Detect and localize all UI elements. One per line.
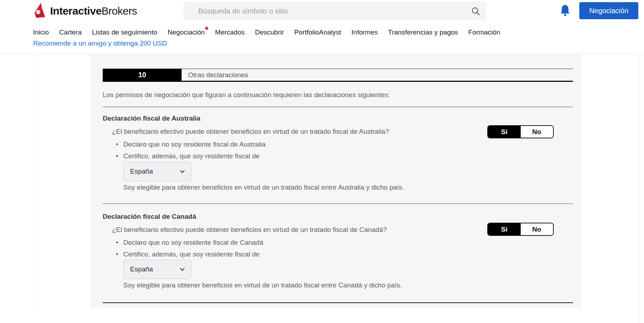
canada-section-heading: Declaración fiscal de Canadá <box>103 213 196 221</box>
nav-item-descubrir[interactable]: Descubrir <box>255 28 284 36</box>
section-divider <box>103 203 573 204</box>
global-search <box>183 2 486 20</box>
australia-bullet-2: Certifico, además, que soy residente fis… <box>116 152 259 160</box>
australia-question: ¿El beneficiario efectivo puede obtener … <box>112 128 389 136</box>
canada-country-select[interactable]: España <box>123 260 191 279</box>
nav-item-negociacion-label: Negociación <box>168 28 205 36</box>
australia-eligibility-note: Soy elegible para obtener beneficios en … <box>123 184 404 191</box>
canada-country-selected-value: España <box>130 265 179 273</box>
notifications-bell-icon[interactable] <box>560 4 570 18</box>
nav-item-transferencias-y-pagos[interactable]: Transferencias y pagos <box>388 28 458 36</box>
search-input[interactable] <box>183 2 486 20</box>
brand-logo-icon <box>33 2 47 20</box>
canada-bullet-1-text: Declaro que no soy residente fiscal de C… <box>123 239 263 246</box>
chevron-down-icon <box>179 266 185 272</box>
australia-country-selected-value: España <box>130 168 179 175</box>
search-icon[interactable] <box>471 7 481 17</box>
canada-yes-no-toggle: Sí No <box>487 223 554 236</box>
australia-country-select[interactable]: España <box>123 162 191 181</box>
nav-item-portfolioanalyst[interactable]: PortfolioAnalyst <box>294 28 341 36</box>
notification-dot <box>205 27 208 30</box>
australia-bullet-1-text: Declaro que no soy residente fiscal de A… <box>123 141 265 148</box>
australia-bullet-1: Declaro que no soy residente fiscal de A… <box>116 141 265 148</box>
australia-section-heading: Declaración fiscal de Australia <box>103 115 200 122</box>
canada-yes-button[interactable]: Sí <box>488 223 521 235</box>
left-divider <box>37 54 38 308</box>
referral-promo-link[interactable]: Recomiende a un amigo y obtenga 200 USD <box>33 39 167 47</box>
logo-text-bold: Interactive <box>50 5 102 17</box>
section-divider <box>103 107 573 107</box>
australia-yes-button[interactable]: Sí <box>488 126 521 138</box>
top-header: InteractiveBrokers Negociación Inicio Ca… <box>0 0 644 54</box>
nav-item-listas-de-seguimiento[interactable]: Listas de seguimiento <box>92 28 157 36</box>
canada-no-button[interactable]: No <box>521 223 553 235</box>
australia-yes-no-toggle: Sí No <box>487 125 554 138</box>
step-header-underline <box>103 81 573 82</box>
trade-button[interactable]: Negociación <box>579 2 638 19</box>
step-header-row: 10 Otras declaraciones <box>103 69 573 81</box>
canada-bullet-1: Declaro que no soy residente fiscal de C… <box>116 239 263 247</box>
page-scrollbar[interactable] <box>639 54 644 323</box>
main-nav: Inicio Cartera Listas de seguimiento Neg… <box>33 28 500 36</box>
canada-bullet-2-text: Certifico, además, que soy residente fis… <box>123 250 259 258</box>
nav-item-negociacion[interactable]: Negociación <box>168 28 205 36</box>
canada-bullet-2: Certifico, además, que soy residente fis… <box>116 250 259 258</box>
next-section-divider <box>103 302 573 303</box>
australia-bullet-2-text: Certifico, además, que soy residente fis… <box>123 152 259 160</box>
brand-logo-text: InteractiveBrokers <box>50 5 137 17</box>
step-number-tab[interactable]: 10 <box>103 69 182 81</box>
nav-item-informes[interactable]: Informes <box>351 28 378 36</box>
canada-question: ¿El beneficiario efectivo puede obtener … <box>112 226 387 234</box>
nav-item-inicio[interactable]: Inicio <box>33 28 49 36</box>
brand-logo[interactable]: InteractiveBrokers <box>33 2 137 20</box>
nav-item-mercados[interactable]: Mercados <box>215 28 245 36</box>
logo-text-regular: Brokers <box>102 5 137 17</box>
intro-text: Los permisos de negociación que figuran … <box>103 91 390 99</box>
chevron-down-icon <box>179 168 185 175</box>
nav-item-cartera[interactable]: Cartera <box>59 28 81 36</box>
step-title: Otras declaraciones <box>182 69 248 81</box>
declarations-form-panel: 10 Otras declaraciones Los permisos de n… <box>91 54 581 308</box>
canada-eligibility-note: Soy elegible para obtener beneficios en … <box>123 281 402 289</box>
nav-item-formacion[interactable]: Formación <box>468 28 500 36</box>
australia-no-button[interactable]: No <box>521 126 553 138</box>
